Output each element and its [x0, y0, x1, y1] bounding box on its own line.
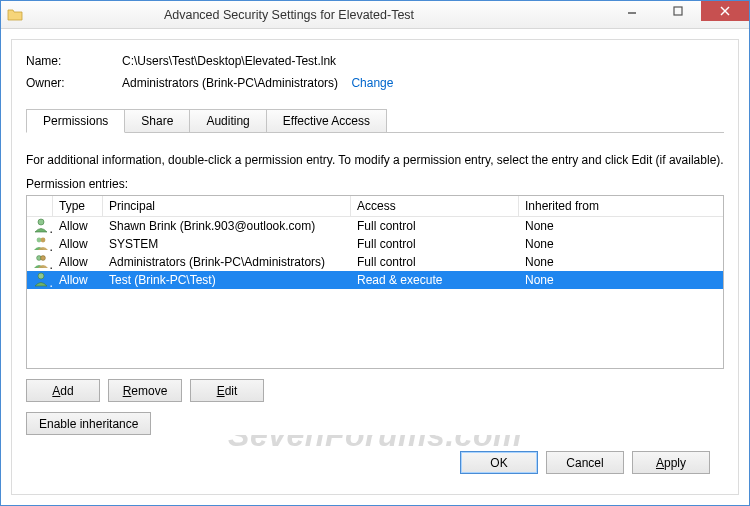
tab-body: For additional information, double-click… [26, 132, 724, 435]
dialog-buttons: OK Cancel Apply [26, 441, 724, 484]
col-access[interactable]: Access [351, 196, 519, 216]
name-value: C:\Users\Test\Desktop\Elevated-Test.lnk [122, 54, 724, 68]
grid-header[interactable]: Type Principal Access Inherited from [27, 196, 723, 217]
tabstrip: Permissions Share Auditing Effective Acc… [26, 108, 724, 132]
cell-access: Full control [351, 237, 519, 251]
add-label: Add [52, 384, 73, 398]
table-row[interactable]: AllowShawn Brink (Brink.903@outlook.com)… [27, 217, 723, 235]
cell-principal: Shawn Brink (Brink.903@outlook.com) [103, 219, 351, 233]
owner-label: Owner: [26, 76, 122, 90]
table-row[interactable]: AllowTest (Brink-PC\Test)Read & executeN… [27, 271, 723, 289]
minimize-button[interactable] [609, 1, 655, 21]
tab-permissions[interactable]: Permissions [26, 109, 125, 133]
owner-row: Owner: Administrators (Brink-PC\Administ… [26, 76, 724, 90]
close-button[interactable] [701, 1, 749, 21]
grid-body: AllowShawn Brink (Brink.903@outlook.com)… [27, 217, 723, 289]
principal-icon [27, 235, 53, 254]
cancel-button[interactable]: Cancel [546, 451, 624, 474]
edit-button[interactable]: Edit [190, 379, 264, 402]
svg-rect-1 [674, 7, 682, 15]
cell-type: Allow [53, 219, 103, 233]
enable-inheritance-button[interactable]: Enable inheritance [26, 412, 151, 435]
col-icon[interactable] [27, 196, 53, 216]
cell-type: Allow [53, 273, 103, 287]
name-row: Name: C:\Users\Test\Desktop\Elevated-Tes… [26, 54, 724, 68]
cell-inherited: None [519, 255, 723, 269]
name-label: Name: [26, 54, 122, 68]
apply-button[interactable]: Apply [632, 451, 710, 474]
cell-principal: Test (Brink-PC\Test) [103, 273, 351, 287]
edit-label: Edit [217, 384, 238, 398]
cell-access: Full control [351, 219, 519, 233]
remove-button[interactable]: Remove [108, 379, 182, 402]
col-type[interactable]: Type [53, 196, 103, 216]
tab-auditing[interactable]: Auditing [189, 109, 266, 133]
tab-share[interactable]: Share [124, 109, 190, 133]
window-controls [609, 1, 749, 28]
maximize-button[interactable] [655, 1, 701, 21]
remove-label: Remove [123, 384, 168, 398]
cell-type: Allow [53, 255, 103, 269]
row-buttons: Add Remove Edit [26, 379, 724, 402]
svg-point-9 [38, 273, 44, 279]
table-row[interactable]: AllowAdministrators (Brink-PC\Administra… [27, 253, 723, 271]
hint-text: For additional information, double-click… [26, 153, 724, 167]
window-frame: Advanced Security Settings for Elevated-… [0, 0, 750, 506]
principal-icon [27, 271, 53, 290]
col-principal[interactable]: Principal [103, 196, 351, 216]
inner-panel: Name: C:\Users\Test\Desktop\Elevated-Tes… [11, 39, 739, 495]
window-title: Advanced Security Settings for Elevated-… [0, 8, 609, 22]
cell-access: Full control [351, 255, 519, 269]
cell-inherited: None [519, 219, 723, 233]
ok-button[interactable]: OK [460, 451, 538, 474]
owner-text: Administrators (Brink-PC\Administrators) [122, 76, 338, 90]
svg-point-6 [41, 237, 46, 242]
cell-access: Read & execute [351, 273, 519, 287]
titlebar[interactable]: Advanced Security Settings for Elevated-… [1, 1, 749, 29]
principal-icon [27, 217, 53, 236]
cell-principal: SYSTEM [103, 237, 351, 251]
permission-entries-label: Permission entries: [26, 177, 724, 191]
add-button[interactable]: Add [26, 379, 100, 402]
inheritance-row: Enable inheritance [26, 412, 724, 435]
cell-inherited: None [519, 273, 723, 287]
principal-icon [27, 253, 53, 272]
cell-principal: Administrators (Brink-PC\Administrators) [103, 255, 351, 269]
permissions-grid[interactable]: Type Principal Access Inherited from All… [26, 195, 724, 369]
change-owner-link[interactable]: Change [351, 76, 393, 90]
cell-type: Allow [53, 237, 103, 251]
svg-point-8 [41, 255, 46, 260]
table-row[interactable]: AllowSYSTEMFull controlNone [27, 235, 723, 253]
tab-effective-access[interactable]: Effective Access [266, 109, 387, 133]
folder-icon [7, 7, 23, 23]
apply-label: Apply [656, 456, 686, 470]
content-area: Name: C:\Users\Test\Desktop\Elevated-Tes… [1, 29, 749, 505]
owner-value: Administrators (Brink-PC\Administrators)… [122, 76, 724, 90]
col-inherited[interactable]: Inherited from [519, 196, 723, 216]
cell-inherited: None [519, 237, 723, 251]
svg-point-4 [38, 219, 44, 225]
